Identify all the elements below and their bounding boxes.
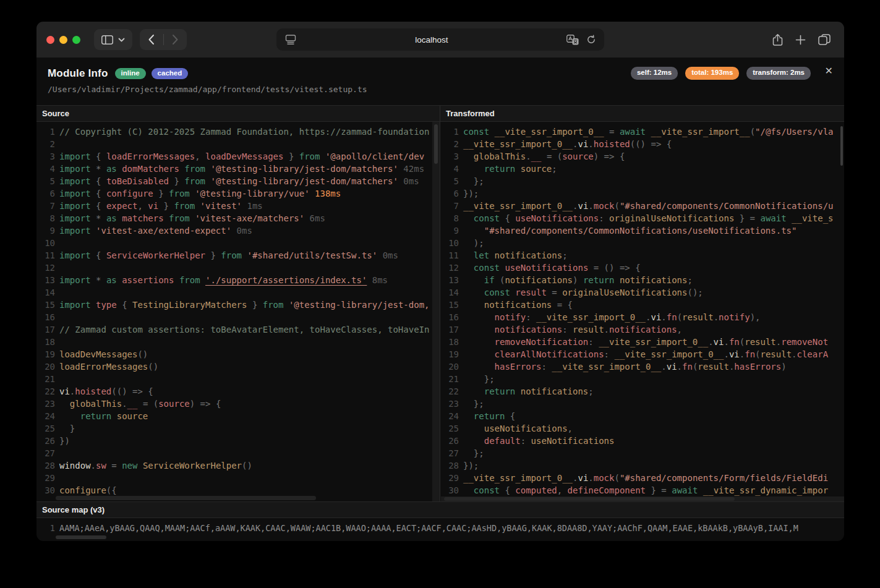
line-number: 12 (36, 262, 55, 274)
new-tab-button[interactable] (795, 35, 806, 45)
sourcemap-title: Source map (v3) (36, 501, 844, 518)
code-line: 9 "#shared/components/CommonNotification… (440, 224, 844, 237)
code-token: window (59, 461, 91, 471)
code-content: const useNotifications = () => { (459, 262, 641, 274)
code-token: ( (614, 201, 619, 211)
module-badge: cached (152, 68, 189, 80)
code-content: const { useNotifications: originalUseNot… (459, 212, 834, 224)
code-token (463, 213, 474, 223)
code-token: ), (750, 312, 761, 322)
share-button[interactable] (772, 33, 783, 46)
code-token: vi (578, 201, 588, 211)
code-token: result (745, 337, 776, 347)
line-number: 21 (440, 373, 459, 385)
browser-window: localhost (36, 22, 844, 541)
line-number: 27 (440, 447, 459, 459)
code-line: 19 clearAllNotifications: __vite_ssr_imp… (440, 348, 844, 360)
line-number: 4 (440, 163, 459, 175)
code-token: 6ms (304, 213, 325, 223)
share-icon (772, 33, 783, 46)
code-line: 8 const { useNotifications: originalUseN… (440, 212, 844, 224)
code-content (55, 311, 59, 323)
code-token: { (505, 411, 515, 421)
code-token: : (604, 349, 615, 359)
code-token: * (91, 213, 106, 223)
forward-button[interactable] (164, 29, 187, 50)
reload-button[interactable] (586, 35, 596, 45)
code-token: const (474, 485, 500, 495)
code-token: __ (127, 399, 138, 409)
sourcemap-hscrollbar-thumb[interactable] (56, 535, 106, 539)
window-close-button[interactable] (46, 36, 54, 44)
line-number: 23 (36, 398, 55, 410)
code-token: : (541, 362, 552, 372)
code-line: 30 const { computed, defineComponent } =… (440, 484, 844, 496)
module-metrics: self: 12mstotal: 193mstransform: 2ms (631, 67, 811, 80)
back-button[interactable] (140, 29, 163, 50)
line-number: 29 (440, 472, 459, 484)
code-token: as (106, 164, 117, 174)
code-token: = (106, 461, 122, 471)
module-link[interactable]: './support/assertions/index.ts' (205, 275, 367, 285)
code-content: notifications = { (459, 299, 573, 311)
source-pane[interactable]: Source 1// Copyright (C) 2012-2025 Zamma… (36, 105, 440, 501)
line-number: 9 (36, 224, 55, 237)
code-token: new (122, 461, 137, 471)
code-token: (() => { (630, 139, 672, 149)
code-line: 21 (36, 373, 440, 385)
code-line: 11 let notifications; (440, 249, 844, 262)
line-number: 27 (36, 447, 55, 459)
line-number: 25 (36, 422, 55, 435)
code-token: globalThis (70, 399, 122, 409)
code-token: = (604, 127, 620, 137)
code-token: } = (646, 485, 672, 495)
source-hscrollbar-thumb[interactable] (56, 496, 316, 500)
code-token: } (247, 300, 262, 310)
code-token: } (169, 176, 184, 186)
code-token: { (500, 485, 515, 495)
line-number: 18 (36, 336, 55, 348)
code-line: 10 ); (440, 237, 844, 249)
transformed-hscrollbar[interactable] (441, 496, 844, 501)
code-token: __vite_ssr_import_0__ (614, 349, 724, 359)
code-token: }; (463, 399, 484, 409)
line-number: 30 (440, 484, 459, 496)
code-token: const (484, 288, 510, 297)
transformed-hscrollbar-thumb[interactable] (444, 497, 735, 501)
window-minimize-button[interactable] (59, 36, 67, 44)
code-token: import (59, 226, 91, 236)
tab-overview-button[interactable] (818, 34, 831, 45)
source-vscrollbar[interactable] (432, 122, 440, 501)
code-token: ) (573, 275, 583, 285)
code-token: . (588, 139, 593, 149)
source-pane-title: Source (36, 105, 440, 122)
module-info-header: Module Info inlinecached /Users/vladimir… (36, 58, 844, 104)
line-number: 25 (440, 422, 459, 435)
page-settings-button[interactable] (284, 34, 297, 45)
translate-button[interactable] (566, 35, 579, 45)
source-vscrollbar-thumb[interactable] (434, 124, 438, 164)
line-number: 14 (36, 286, 55, 299)
code-line: 1// Copyright (C) 2012-2025 Zammad Found… (36, 126, 440, 138)
code-content (55, 472, 59, 484)
window-zoom-button[interactable] (72, 36, 80, 44)
code-content: // Copyright (C) 2012-2025 Zammad Founda… (55, 126, 429, 138)
sidebar-toggle-button[interactable] (94, 29, 132, 50)
code-token: , (195, 151, 205, 161)
close-panel-button[interactable]: ✕ (822, 62, 835, 79)
code-token (463, 349, 495, 359)
code-token: } (205, 250, 221, 260)
code-token: notifications (609, 325, 677, 334)
code-token: from (164, 213, 190, 223)
code-token: originalUseNotifications (609, 213, 734, 223)
transformed-pane[interactable]: Transformed 1const __vite_ssr_import_0__… (440, 105, 844, 501)
code-token: { (91, 250, 106, 260)
code-line: 7import { expect, vi } from 'vitest' 1ms (36, 200, 440, 212)
code-token: fn (729, 337, 740, 347)
transformed-vscrollbar-thumb[interactable] (840, 126, 843, 166)
code-token: '@testing-library/jest-dom/matchers' (205, 164, 398, 174)
address-bar[interactable]: localhost (276, 28, 604, 51)
line-number: 1 (36, 126, 55, 138)
code-content (55, 447, 59, 459)
source-code: 1// Copyright (C) 2012-2025 Zammad Found… (36, 122, 440, 496)
